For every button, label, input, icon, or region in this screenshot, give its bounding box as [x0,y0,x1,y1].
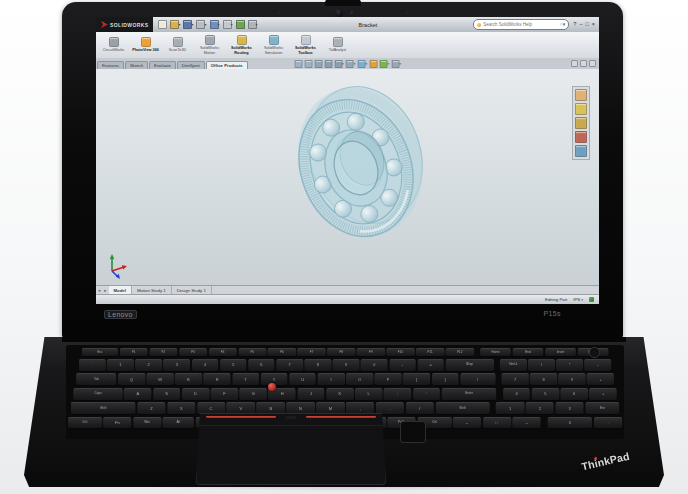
bearing-3d-model [281,83,431,253]
edit-appearance-icon [369,60,377,68]
ribbon-item-label: TolAnalyst [329,48,346,52]
key-f2: F2 [149,348,177,357]
hide-show-items-icon[interactable]: ▾ [358,60,368,68]
ribbon-item-label: SolidWorks Motion [196,46,223,55]
key-f11: F11 [416,348,444,357]
chevron-down-icon: ▾ [342,62,344,66]
key-bracket-left: [ [403,373,430,386]
ribbon-item-photoview-360[interactable]: PhotoView 360 [132,37,159,52]
ribbon-item-solidworks-toolbox[interactable]: SolidWorks Toolbox [292,35,319,55]
key-home: Home [480,348,511,357]
laptop-base: EscF1F2F3F4F5F6F7F8F9F10F11F12HomeEndIns… [24,337,664,487]
search-input[interactable] [483,22,557,27]
tab-features[interactable]: Features [97,61,124,69]
ribbon-item-label: PhotoView 360 [132,48,159,52]
close-icon[interactable]: × [592,22,595,28]
view-orientation-icon [334,60,342,68]
photoview-360-icon [141,37,151,47]
ribbon-item-label: SolidWorks Toolbox [292,46,319,55]
key-arrow-right: → [512,417,540,429]
minimize-icon[interactable]: – [579,22,582,28]
ribbon-item-solidworks-routing[interactable]: SolidWorks Routing [228,35,255,55]
key-numpad-0: 0 [547,417,592,429]
key-numpad-enter: Ent [585,402,619,415]
chevron-down-icon: ▾ [191,22,193,27]
rebuild-icon[interactable] [236,20,245,29]
solidworks-logo: SOLIDWORKS [96,17,153,32]
units-dropdown[interactable]: IPS ▾ [573,297,583,302]
chevron-down-icon: ▾ [178,22,180,27]
ribbon-office-products: CircuitWorksPhotoView 360ScanTo3DSolidWo… [96,32,599,59]
graphics-viewport[interactable] [96,69,599,286]
quick-access-toolbar: ▾▾▾▾▾▾ [153,20,262,29]
key-f9: F9 [357,348,385,357]
key-nmlk: NmLk [500,359,527,372]
section-view-icon[interactable] [324,60,332,68]
key-backslash: \ [460,373,495,386]
custom-properties-icon[interactable] [575,145,587,157]
restore-icon[interactable]: □ [585,22,588,28]
display-style-icon [346,60,354,68]
scanto3d-icon [173,37,183,47]
heads-up-view-toolbar: ▾▾▾▾▾ [294,59,401,68]
save-icon[interactable]: ▾ [183,20,193,29]
ribbon-item-circuitworks[interactable]: CircuitWorks [100,37,127,52]
zoom-fit-icon[interactable] [294,60,302,68]
ribbon-item-tolanalyst[interactable]: TolAnalyst [324,37,351,52]
pane-corner-icons [571,60,596,67]
appearances-icon[interactable] [575,131,587,143]
key-f6: F6 [268,348,296,357]
tab-sketch[interactable]: Sketch [125,61,148,69]
tab-dimxpert[interactable]: DimXpert [177,61,205,69]
tab-evaluate[interactable]: Evaluate [149,61,176,69]
laptop-lid: Lenovo P15s SOLIDWORKS ▾▾▾▾▾▾ Bracket ○▾… [62,2,623,338]
key-f10: F10 [386,348,414,357]
search-icon[interactable]: ○▾ [560,22,566,27]
key-9: 9 [333,359,360,372]
tab-office-products[interactable]: Office Products [206,61,248,69]
thinkshutter-notch [325,0,361,6]
solidworks-resources-icon[interactable] [575,89,587,101]
ribbon-item-scanto3d[interactable]: ScanTo3D [164,37,191,52]
search-box[interactable]: ○▾ [473,19,569,30]
keyboard-row: TabQWERTYUIOP[]\789+ [76,373,614,386]
edit-appearance-icon[interactable] [369,60,377,68]
undo-icon[interactable]: ▾ [210,20,220,29]
view-orientation-icon[interactable]: ▾ [334,60,344,68]
circuitworks-icon [109,37,119,47]
key-shift-right: Shift [436,402,490,415]
ribbon-item-solidworks-motion[interactable]: SolidWorks Motion [196,35,223,55]
touchpad-button-divider [197,425,385,426]
display-style-icon[interactable]: ▾ [346,60,356,68]
new-document-icon[interactable] [158,20,167,29]
laptop-screen: SOLIDWORKS ▾▾▾▾▾▾ Bracket ○▾ ?–□× Circui… [96,17,599,304]
zoom-area-icon[interactable] [304,60,312,68]
hide-show-items-icon [358,60,366,68]
pin-pane-icon[interactable] [580,60,587,67]
key-5: 5 [220,359,247,372]
file-explorer-icon[interactable] [575,117,587,129]
apply-scene-icon[interactable]: ▾ [379,60,389,68]
key-arrow-left: ← [453,417,481,429]
help-icon[interactable]: ? [573,22,576,28]
design-library-icon[interactable] [575,103,587,115]
key-bksp: Bksp [446,359,494,372]
status-bar: Editing Part IPS ▾ [96,294,599,304]
chevron-down-icon: ▾ [387,62,389,66]
thinkpad-logo-text: ThinkPad [580,450,630,473]
section-view-icon [324,60,332,68]
key-e: E [175,373,202,386]
print-icon[interactable]: ▾ [196,20,206,29]
key-esc: Esc [82,348,119,357]
collapse-pane-icon[interactable] [571,60,578,67]
key-l: L [355,388,382,401]
options-icon[interactable]: ▾ [248,20,258,29]
key-equals: = [417,359,444,372]
ribbon-item-solidworks-simulation[interactable]: SolidWorks Simulation [260,35,287,55]
view-settings-icon[interactable]: ▾ [391,60,401,68]
open-icon[interactable]: ▾ [170,20,180,29]
select-icon[interactable]: ▾ [223,20,233,29]
expand-pane-icon[interactable] [589,60,596,67]
previous-view-icon[interactable] [314,60,322,68]
chevron-down-icon: ▾ [256,22,258,27]
